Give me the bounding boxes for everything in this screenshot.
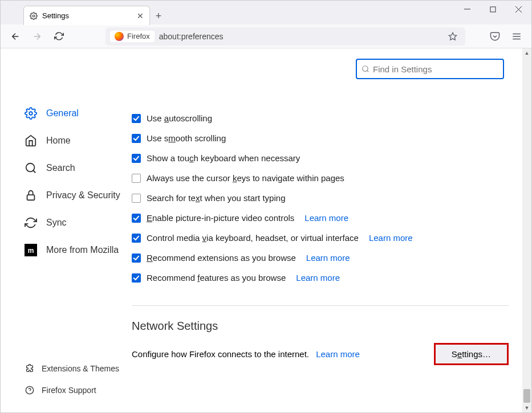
settings-sidebar: General Home Search Privacy & Security S… bbox=[1, 48, 132, 412]
settings-search-input[interactable] bbox=[373, 64, 498, 74]
checkbox[interactable] bbox=[132, 234, 141, 243]
close-window-button[interactable] bbox=[506, 1, 531, 18]
sync-icon bbox=[25, 216, 37, 229]
svg-point-0 bbox=[33, 15, 35, 17]
reload-button[interactable] bbox=[50, 27, 68, 46]
svg-line-18 bbox=[367, 71, 369, 72]
divider bbox=[132, 305, 509, 306]
minimize-button[interactable] bbox=[454, 1, 480, 18]
svg-rect-2 bbox=[490, 7, 496, 12]
checkbox-label[interactable]: Show a touch keyboard when necessary bbox=[147, 153, 300, 163]
learn-more-link[interactable]: Learn more bbox=[296, 273, 340, 283]
sidebar-item-label: Sync bbox=[46, 218, 67, 228]
learn-more-link[interactable]: Learn more bbox=[304, 213, 348, 223]
sidebar-item-label: Firefox Support bbox=[42, 386, 96, 395]
checkbox[interactable] bbox=[132, 214, 141, 223]
sidebar-item-label: Extensions & Themes bbox=[42, 364, 119, 373]
back-button[interactable] bbox=[6, 27, 25, 46]
toolbar: Firefox about:preferences bbox=[1, 24, 531, 48]
sidebar-item-support[interactable]: Firefox Support bbox=[18, 379, 132, 401]
learn-more-link[interactable]: Learn more bbox=[316, 349, 360, 359]
tab-title: Settings bbox=[42, 11, 69, 20]
learn-more-link[interactable]: Learn more bbox=[369, 233, 413, 243]
scroll-up-icon[interactable]: ▲ bbox=[522, 48, 531, 58]
sidebar-item-search[interactable]: Search bbox=[18, 154, 132, 182]
pocket-icon[interactable] bbox=[486, 27, 504, 46]
help-icon bbox=[25, 385, 35, 395]
sidebar-item-privacy[interactable]: Privacy & Security bbox=[18, 182, 132, 209]
home-icon bbox=[25, 134, 37, 147]
settings-main: Use autoscrollingUse smooth scrollingSho… bbox=[132, 48, 531, 412]
learn-more-link[interactable]: Learn more bbox=[306, 253, 350, 263]
sidebar-item-general[interactable]: General bbox=[18, 100, 132, 127]
checkbox-label[interactable]: Search for text when you start typing bbox=[147, 193, 285, 203]
checkbox-row: Use autoscrolling bbox=[132, 113, 509, 123]
svg-point-10 bbox=[26, 163, 35, 172]
network-settings-title: Network Settings bbox=[132, 320, 509, 333]
titlebar: Settings ✕ + bbox=[1, 1, 531, 24]
gear-icon bbox=[25, 107, 37, 120]
identity-box[interactable]: Firefox bbox=[110, 31, 155, 42]
sidebar-item-home[interactable]: Home bbox=[18, 127, 132, 154]
sidebar-item-label: General bbox=[46, 108, 79, 118]
checkbox-label[interactable]: Use smooth scrolling bbox=[147, 133, 226, 143]
checkbox-row: Show a touch keyboard when necessary bbox=[132, 153, 509, 163]
checkbox-label[interactable]: Always use the cursor keys to navigate w… bbox=[147, 173, 344, 183]
sidebar-item-label: Home bbox=[46, 136, 71, 146]
search-icon bbox=[362, 65, 369, 73]
close-tab-icon[interactable]: ✕ bbox=[137, 11, 144, 21]
forward-button[interactable] bbox=[28, 27, 46, 46]
mozilla-icon: m bbox=[25, 244, 37, 256]
checkbox-label[interactable]: Recommend extensions as you browse bbox=[147, 253, 296, 263]
checkbox[interactable] bbox=[132, 114, 141, 123]
vertical-scrollbar[interactable]: ▲ ▼ bbox=[522, 48, 531, 412]
checkbox-label[interactable]: Use autoscrolling bbox=[147, 113, 212, 123]
lock-icon bbox=[25, 189, 37, 202]
sidebar-item-label: Search bbox=[46, 163, 75, 173]
svg-text:m: m bbox=[28, 247, 34, 255]
checkbox[interactable] bbox=[132, 154, 141, 163]
scroll-down-icon[interactable]: ▼ bbox=[522, 403, 531, 412]
checkbox[interactable] bbox=[132, 253, 141, 263]
firefox-icon bbox=[115, 32, 124, 41]
svg-rect-12 bbox=[27, 195, 35, 200]
scrollbar-thumb[interactable] bbox=[523, 389, 530, 403]
new-tab-button[interactable]: + bbox=[150, 7, 167, 24]
checkbox-row: Search for text when you start typing bbox=[132, 193, 509, 203]
svg-line-11 bbox=[33, 170, 35, 173]
search-icon bbox=[25, 162, 37, 174]
network-settings-button[interactable]: Settings… bbox=[434, 343, 509, 365]
svg-point-17 bbox=[363, 66, 368, 71]
checkbox-row: Enable picture-in-picture video controls… bbox=[132, 213, 509, 223]
sidebar-item-extensions[interactable]: Extensions & Themes bbox=[18, 358, 132, 379]
gear-icon bbox=[30, 12, 38, 20]
checkbox-label[interactable]: Control media via keyboard, headset, or … bbox=[147, 233, 359, 243]
sidebar-item-label: Privacy & Security bbox=[46, 190, 120, 201]
svg-point-9 bbox=[29, 112, 33, 115]
checkbox[interactable] bbox=[132, 174, 141, 183]
app-menu-button[interactable] bbox=[507, 27, 526, 46]
checkbox-row: Control media via keyboard, headset, or … bbox=[132, 233, 509, 243]
checkbox-label[interactable]: Enable picture-in-picture video controls bbox=[147, 213, 294, 223]
maximize-button[interactable] bbox=[480, 1, 506, 18]
sidebar-item-more-mozilla[interactable]: m More from Mozilla bbox=[18, 236, 132, 264]
settings-search-box[interactable] bbox=[356, 59, 504, 79]
url-text: about:preferences bbox=[159, 32, 440, 41]
checkbox-label[interactable]: Recommend features as you browse bbox=[147, 273, 286, 283]
checkbox-row: Recommend features as you browseLearn mo… bbox=[132, 273, 509, 283]
sidebar-item-label: More from Mozilla bbox=[46, 245, 119, 255]
network-desc: Configure how Firefox connects to the in… bbox=[132, 349, 360, 359]
url-bar[interactable]: Firefox about:preferences bbox=[105, 27, 465, 46]
checkbox-row: Always use the cursor keys to navigate w… bbox=[132, 173, 509, 183]
checkbox[interactable] bbox=[132, 134, 141, 143]
puzzle-icon bbox=[25, 363, 35, 374]
identity-label: Firefox bbox=[127, 32, 150, 40]
checkbox-row: Use smooth scrolling bbox=[132, 133, 509, 143]
svg-marker-5 bbox=[449, 32, 456, 40]
checkbox-row: Recommend extensions as you browseLearn … bbox=[132, 253, 509, 263]
bookmark-star-icon[interactable] bbox=[445, 32, 461, 41]
checkbox[interactable] bbox=[132, 194, 141, 203]
sidebar-item-sync[interactable]: Sync bbox=[18, 209, 132, 236]
browser-tab[interactable]: Settings ✕ bbox=[23, 6, 150, 25]
checkbox[interactable] bbox=[132, 273, 141, 283]
